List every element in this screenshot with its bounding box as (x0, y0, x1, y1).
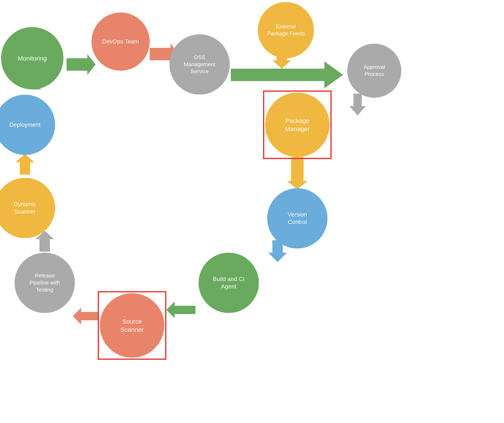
arrow-oss-approval (231, 61, 343, 88)
node-release-pipeline: ReleasePipeline withTesting (15, 253, 75, 313)
node-build-ci: Build and CIAgent (198, 253, 259, 313)
node-deployment: Deployment (0, 95, 55, 155)
diagram-container: Monitoring DevOps Team OSSManagementServ… (0, 0, 504, 423)
node-package-manager: PackageManager (265, 92, 330, 157)
node-source-scanner: SourceScanner (100, 293, 164, 358)
node-oss-management: OSSManagementService (169, 34, 230, 95)
arrow-build-source (166, 302, 195, 318)
arrow-pkg-version (287, 157, 308, 189)
node-version-control: VersionControl (267, 188, 327, 248)
arrows-svg (0, 0, 504, 423)
node-external-feeds: ExternalPackage Feeds (258, 2, 314, 58)
arrow-monitoring-devops (66, 54, 96, 75)
arrow-dynamic-deployment (16, 154, 34, 175)
arrow-source-release (73, 308, 99, 324)
arrow-approval-pkg (349, 94, 366, 115)
node-approval-process: ApprovalProcess (347, 44, 401, 98)
node-monitoring: Monitoring (1, 27, 63, 89)
node-dynamic-scanner: DynamicScanner (0, 178, 55, 238)
node-devops-team: DevOps Team (91, 12, 150, 71)
